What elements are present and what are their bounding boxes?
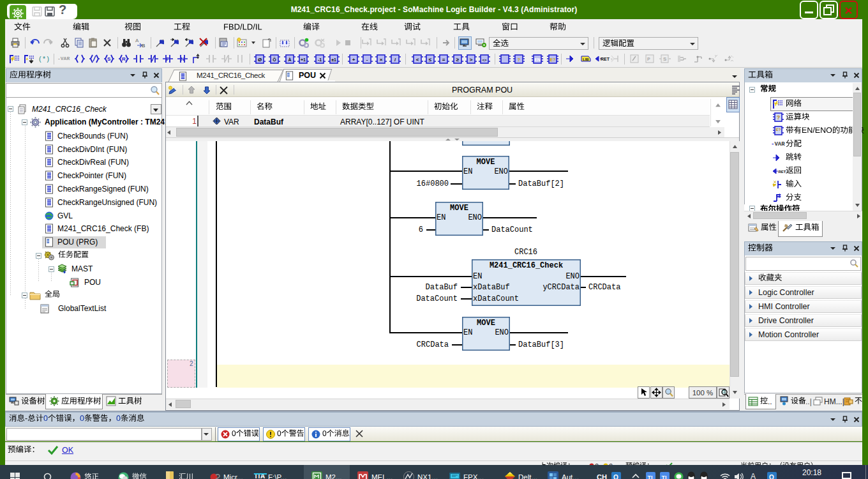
svg-text:>: > (470, 57, 473, 63)
svg-text:LIB: LIB (583, 57, 589, 61)
svg-text:Ø: Ø (258, 57, 262, 63)
svg-text:(*): (*) (38, 56, 50, 63)
svg-text:Ö: Ö (273, 57, 276, 62)
svg-text:<: < (416, 57, 419, 63)
svg-text:?: ? (777, 114, 781, 121)
svg-text:P: P (647, 57, 650, 61)
svg-text:E?: E? (550, 57, 556, 62)
svg-text:+: + (352, 57, 355, 63)
svg-text:≥: ≥ (456, 57, 460, 63)
svg-text:R: R (122, 56, 126, 62)
svg-text:B: B (142, 43, 145, 49)
svg-text:Q: Q (613, 474, 618, 479)
svg-text:?: ? (518, 57, 520, 62)
svg-text:EN: EN (534, 57, 541, 62)
svg-text:E?: E? (776, 128, 781, 132)
svg-text:<>: <> (482, 58, 487, 62)
svg-text:-1: -1 (318, 57, 322, 62)
svg-text:N: N (181, 56, 184, 62)
svg-text:À: À (288, 57, 291, 62)
svg-text:S: S (107, 56, 111, 62)
svg-text:TI: TI (662, 475, 667, 479)
svg-text:RET: RET (601, 57, 610, 61)
svg-text:=: = (442, 57, 445, 63)
svg-text:P: P (167, 56, 170, 62)
svg-text:RET: RET (779, 170, 786, 174)
svg-text:A: A (135, 38, 139, 43)
svg-text:×: × (380, 57, 383, 63)
svg-text:±1: ±1 (331, 57, 336, 62)
svg-text:TI: TI (648, 475, 653, 479)
svg-text:-: - (366, 57, 368, 63)
svg-text:+1: +1 (301, 57, 306, 62)
svg-text:≤: ≤ (429, 57, 432, 63)
svg-text:S: S (663, 56, 667, 62)
svg-text:Q: Q (769, 474, 774, 479)
